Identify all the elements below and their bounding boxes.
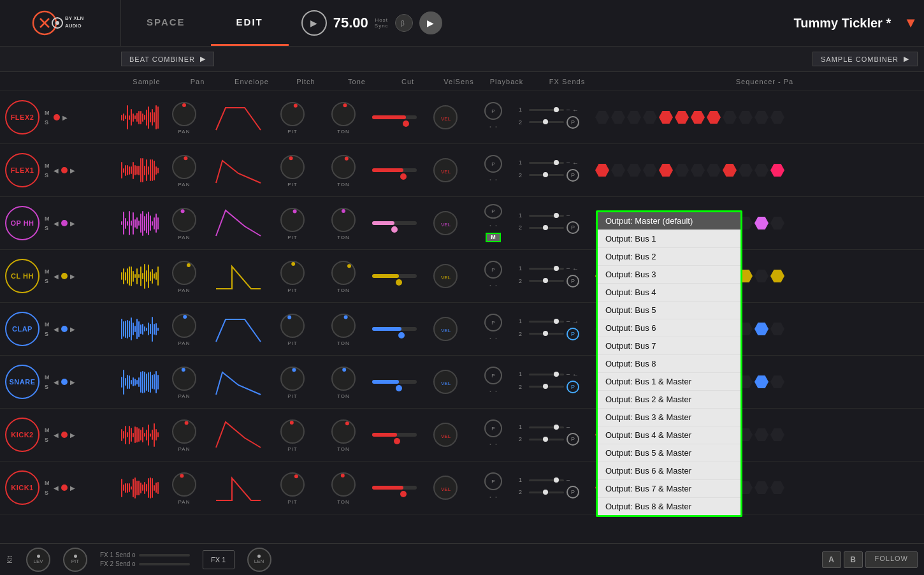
solo-btn-snare[interactable]: S: [43, 383, 51, 391]
seq-step[interactable]: [770, 481, 784, 494]
fwd-arrow-cl_hh[interactable]: ▶: [70, 273, 75, 280]
back-arrow-flex1[interactable]: ◀: [54, 167, 59, 174]
preset-dropdown-arrow[interactable]: ▼: [904, 15, 924, 31]
solo-btn-flex1[interactable]: S: [43, 171, 51, 179]
seq-step[interactable]: [707, 164, 721, 177]
cut-slider[interactable]: [369, 257, 420, 295]
fwd-arrow-kick1[interactable]: ▶: [70, 484, 75, 491]
seq-step[interactable]: [754, 111, 769, 124]
seq-step[interactable]: [643, 111, 657, 124]
seq-step[interactable]: [770, 375, 784, 388]
cut-slider[interactable]: [369, 98, 420, 136]
fx2-send-bar[interactable]: [139, 563, 190, 565]
vel-knob[interactable]: VEL: [420, 416, 471, 454]
mute-btn-clap[interactable]: M: [43, 321, 51, 328]
playback-icon-clap[interactable]: P: [484, 314, 502, 331]
mute-btn-kick2[interactable]: M: [43, 426, 51, 434]
seq-step[interactable]: [691, 164, 705, 177]
vel-knob[interactable]: VEL: [420, 204, 471, 242]
cut-slider[interactable]: [369, 204, 420, 242]
seq-step[interactable]: [770, 164, 784, 177]
track-circle-cl_hh[interactable]: CL HH: [5, 259, 40, 293]
output-option[interactable]: Output: Bus 7 & Master: [598, 480, 740, 498]
waveform-flex2[interactable]: [121, 101, 159, 133]
seq-step[interactable]: [675, 164, 689, 177]
xln-logo[interactable]: BY XLN AUDIO: [0, 0, 121, 46]
follow-button[interactable]: FOLLOW: [865, 551, 918, 568]
vel-knob[interactable]: VEL: [420, 310, 471, 348]
mute-btn-kick1[interactable]: M: [43, 479, 51, 487]
host-sync-control[interactable]: Host Sync: [375, 17, 389, 29]
solo-btn-clap[interactable]: S: [43, 330, 51, 338]
mute-btn-op_hh[interactable]: M: [43, 215, 51, 222]
seq-step[interactable]: [675, 111, 689, 124]
track-circle-kick1[interactable]: KICK1: [5, 470, 40, 505]
waveform-cl_hh[interactable]: [121, 260, 159, 292]
output-option[interactable]: Output: Bus 5 & Master: [598, 444, 740, 462]
fwd-arrow-op_hh[interactable]: ▶: [70, 220, 75, 227]
playback-icon-op_hh[interactable]: P: [484, 204, 502, 219]
seq-step[interactable]: [627, 164, 641, 177]
seq-step[interactable]: [691, 111, 705, 124]
playback-icon-kick2[interactable]: P: [484, 419, 502, 437]
seq-step[interactable]: [739, 111, 753, 124]
len-knob[interactable]: LEN: [247, 548, 271, 572]
track-circle-clap[interactable]: CLAP: [5, 312, 40, 346]
vel-knob[interactable]: VEL: [420, 363, 471, 401]
waveform-snare[interactable]: [121, 366, 159, 398]
output-option[interactable]: Output: Bus 2 & Master: [598, 391, 740, 409]
output-option[interactable]: Output: Bus 6 & Master: [598, 462, 740, 480]
seq-step[interactable]: [611, 111, 625, 124]
vel-knob[interactable]: VEL: [420, 469, 471, 507]
playback-icon-snare[interactable]: P: [484, 367, 502, 384]
fwd-arrow-snare[interactable]: ▶: [70, 379, 75, 386]
sample-combiner-button[interactable]: SAMPLE COMBINER ▶: [812, 52, 918, 66]
solo-btn-op_hh[interactable]: S: [43, 224, 51, 232]
back-arrow-op_hh[interactable]: ◀: [54, 220, 59, 227]
playback-icon-flex1[interactable]: P: [484, 155, 502, 173]
output-option[interactable]: Output: Bus 3 & Master: [598, 409, 740, 426]
output-option[interactable]: Output: Bus 1: [598, 230, 740, 248]
waveform-kick2[interactable]: [121, 419, 159, 451]
vel-knob[interactable]: VEL: [420, 257, 471, 295]
seq-step[interactable]: [595, 111, 609, 124]
back-arrow-kick1[interactable]: ◀: [54, 484, 59, 491]
b-button[interactable]: B: [844, 551, 863, 568]
output-option[interactable]: Output: Bus 8: [598, 355, 740, 373]
waveform-op_hh[interactable]: [121, 207, 159, 239]
mute-btn-flex2[interactable]: M: [43, 109, 51, 117]
waveform-flex1[interactable]: [121, 154, 159, 186]
cut-slider[interactable]: [369, 151, 420, 189]
playback-icon-flex2[interactable]: P: [484, 102, 502, 120]
fx1-button[interactable]: FX 1: [203, 550, 235, 569]
seq-step[interactable]: [754, 270, 769, 282]
solo-btn-kick1[interactable]: S: [43, 489, 51, 497]
output-option[interactable]: Output: Bus 5: [598, 302, 740, 319]
seq-step[interactable]: [723, 164, 737, 177]
fx1-send-bar[interactable]: [139, 554, 190, 557]
seq-step[interactable]: [754, 481, 769, 494]
output-option[interactable]: Output: Bus 4 & Master: [598, 426, 740, 444]
back-arrow-snare[interactable]: ◀: [54, 379, 59, 386]
back-arrow-kick2[interactable]: ◀: [54, 432, 59, 439]
play-button[interactable]: ▶: [301, 10, 327, 36]
pit-knob[interactable]: PIT: [63, 548, 87, 572]
vel-knob[interactable]: VEL: [420, 151, 471, 189]
seq-step[interactable]: [643, 164, 657, 177]
cut-slider[interactable]: [369, 469, 420, 507]
seq-step[interactable]: [754, 428, 769, 441]
playback-icon-cl_hh[interactable]: P: [484, 261, 502, 279]
fwd-arrow-kick2[interactable]: ▶: [70, 432, 75, 439]
tab-space[interactable]: SPACE: [121, 0, 211, 46]
seq-step[interactable]: [754, 323, 769, 335]
seq-step[interactable]: [754, 375, 769, 388]
mute-btn-cl_hh[interactable]: M: [43, 268, 51, 275]
seq-step[interactable]: [707, 111, 721, 124]
solo-btn-cl_hh[interactable]: S: [43, 277, 51, 285]
track-circle-op_hh[interactable]: OP HH: [5, 206, 40, 240]
a-button[interactable]: A: [822, 551, 841, 568]
cut-slider[interactable]: [369, 363, 420, 401]
fwd-arrow-flex1[interactable]: ▶: [70, 167, 75, 174]
m-active-op_hh[interactable]: M: [486, 233, 501, 242]
output-option[interactable]: Output: Bus 2: [598, 248, 740, 266]
